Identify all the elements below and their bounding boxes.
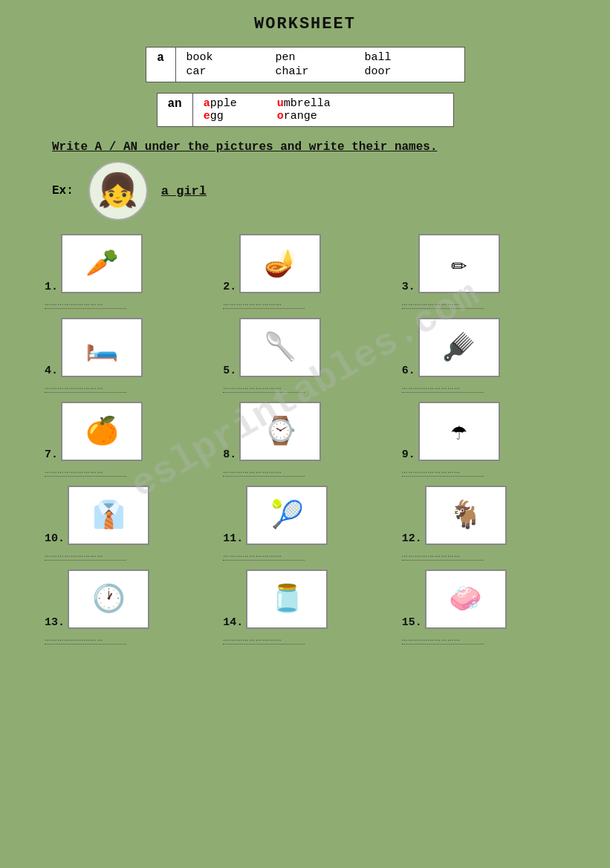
item-box-10: 👔 (68, 486, 149, 545)
item-cell-12: 12.🐐……………………… (402, 486, 565, 561)
table-a-words: book pen ball car chair door (175, 48, 464, 82)
table-a-label: a (146, 48, 175, 82)
item-dots-3[interactable]: ……………………… (402, 297, 484, 309)
item-dots-12[interactable]: ……………………… (402, 549, 484, 561)
word-book: book (186, 51, 276, 64)
item-number-14: 14. (223, 616, 243, 629)
item-box-14: 🫙 (246, 570, 328, 629)
example-image: 👧 (88, 161, 148, 221)
item-box-11: 🎾 (246, 486, 328, 545)
item-dots-8[interactable]: ……………………… (223, 465, 305, 477)
word-pen: pen (276, 51, 365, 64)
example-answer: a girl (161, 184, 207, 198)
item-number-10: 10. (45, 532, 65, 545)
item-box-12: 🐐 (425, 486, 507, 545)
item-cell-5: 5.🥄……………………… (223, 318, 386, 393)
an-word-apple: apple (204, 97, 237, 110)
item-box-6: 🪮 (418, 318, 500, 377)
item-number-8: 8. (223, 448, 236, 461)
item-cell-1: 1.🥕……………………… (45, 234, 208, 309)
item-cell-13: 13.🕐……………………… (45, 570, 208, 645)
word-chair: chair (276, 65, 365, 78)
item-cell-7: 7.🍊……………………… (45, 402, 208, 477)
item-number-1: 1. (45, 281, 58, 293)
word-ball: ball (365, 51, 454, 64)
item-number-4: 4. (45, 365, 58, 377)
item-number-5: 5. (223, 365, 236, 377)
item-box-1: 🥕 (61, 234, 143, 293)
table-an: an apple umbrella egg orange (157, 93, 454, 127)
item-number-15: 15. (402, 616, 422, 629)
items-grid: 1.🥕………………………2.🪔………………………3.✏️………………………4.🛏… (45, 234, 565, 645)
item-number-13: 13. (45, 616, 65, 629)
item-dots-5[interactable]: ……………………… (223, 381, 305, 393)
item-number-2: 2. (223, 281, 236, 293)
item-dots-1[interactable]: ……………………… (45, 297, 126, 309)
item-box-3: ✏️ (418, 234, 500, 293)
item-cell-11: 11.🎾……………………… (223, 486, 386, 561)
item-number-9: 9. (402, 448, 415, 461)
ex-label: Ex: (52, 184, 74, 198)
item-dots-2[interactable]: ……………………… (223, 297, 305, 309)
item-number-7: 7. (45, 448, 58, 461)
item-cell-2: 2.🪔……………………… (223, 234, 386, 309)
item-number-12: 12. (402, 532, 422, 545)
word-door: door (365, 65, 454, 78)
item-number-11: 11. (223, 532, 243, 545)
item-box-4: 🛏️ (61, 318, 143, 377)
item-number-3: 3. (402, 281, 415, 293)
item-cell-10: 10.👔……………………… (45, 486, 208, 561)
an-word-orange: orange (277, 110, 317, 123)
item-box-2: 🪔 (239, 234, 321, 293)
item-box-8: ⌚ (239, 402, 321, 461)
an-word-egg: egg (204, 110, 224, 123)
item-cell-4: 4.🛏️……………………… (45, 318, 208, 393)
item-dots-6[interactable]: ……………………… (402, 381, 484, 393)
item-number-6: 6. (402, 365, 415, 377)
table-an-words: apple umbrella egg orange (192, 94, 453, 127)
an-word-umbrella: umbrella (277, 97, 331, 110)
item-dots-9[interactable]: ……………………… (402, 465, 484, 477)
item-box-15: 🧼 (425, 570, 507, 629)
word-car: car (186, 65, 276, 78)
page-title: WORKSHEET (30, 15, 580, 33)
table-an-label: an (157, 94, 192, 127)
item-box-5: 🥄 (239, 318, 321, 377)
item-box-7: 🍊 (61, 402, 143, 461)
table-a: a book pen ball car chair door (146, 47, 465, 82)
item-dots-15[interactable]: ……………………… (402, 633, 484, 645)
instruction: Write A / AN under the pictures and writ… (52, 140, 580, 154)
item-dots-11[interactable]: ……………………… (223, 549, 305, 561)
item-dots-13[interactable]: ……………………… (45, 633, 126, 645)
example-row: Ex: 👧 a girl (52, 161, 580, 221)
item-cell-9: 9.☂️……………………… (402, 402, 565, 477)
item-cell-14: 14.🫙……………………… (223, 570, 386, 645)
item-cell-3: 3.✏️……………………… (402, 234, 565, 309)
item-box-13: 🕐 (68, 570, 149, 629)
item-dots-10[interactable]: ……………………… (45, 549, 126, 561)
item-box-9: ☂️ (418, 402, 500, 461)
item-dots-14[interactable]: ……………………… (223, 633, 305, 645)
item-dots-7[interactable]: ……………………… (45, 465, 126, 477)
item-cell-6: 6.🪮……………………… (402, 318, 565, 393)
item-cell-8: 8.⌚……………………… (223, 402, 386, 477)
item-cell-15: 15.🧼……………………… (402, 570, 565, 645)
example-icon: 👧 (97, 171, 138, 211)
item-dots-4[interactable]: ……………………… (45, 381, 126, 393)
